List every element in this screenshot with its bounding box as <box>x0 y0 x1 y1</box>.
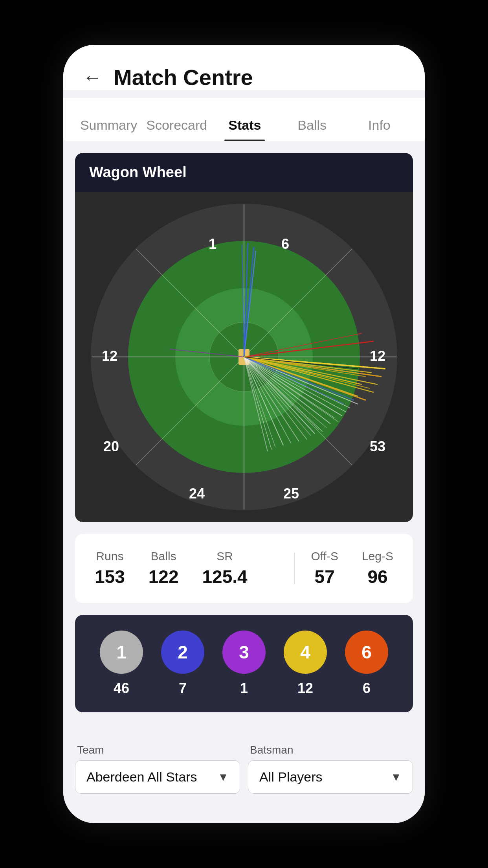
svg-line-25 <box>244 357 342 416</box>
stat-balls: Balls 122 <box>149 550 179 587</box>
tab-summary[interactable]: Summary <box>75 110 142 141</box>
svg-line-21 <box>244 357 385 369</box>
runs-value: 153 <box>95 566 125 587</box>
svg-line-6 <box>136 249 352 465</box>
content-area: Wagon Wheel <box>63 141 425 736</box>
circle-score-0: 1 <box>116 642 127 663</box>
circle-item-2: 3 1 <box>222 631 266 697</box>
wagon-wheel-svg: 1 6 12 12 20 53 24 <box>91 204 397 510</box>
svg-text:24: 24 <box>189 485 205 502</box>
svg-line-38 <box>244 357 344 404</box>
balls-label: Balls <box>151 550 176 563</box>
team-dropdown-group: Team Aberdeen All Stars ▼ <box>75 744 240 794</box>
circle-2: 3 <box>222 631 266 674</box>
svg-text:12: 12 <box>102 348 117 364</box>
svg-line-15 <box>244 357 382 377</box>
svg-line-36 <box>244 357 291 443</box>
stats-right: Off-S 57 Leg-S 96 <box>311 550 393 587</box>
svg-line-29 <box>244 357 327 428</box>
svg-line-16 <box>244 357 378 384</box>
svg-line-34 <box>244 357 307 440</box>
offs-label: Off-S <box>311 550 338 563</box>
legs-label: Leg-S <box>362 550 393 563</box>
circle-item-4: 6 6 <box>345 631 388 697</box>
team-dropdown-arrow: ▼ <box>218 771 229 783</box>
stats-divider <box>294 553 295 584</box>
svg-text:25: 25 <box>283 485 299 502</box>
tab-stats[interactable]: Stats <box>211 110 278 141</box>
svg-line-30 <box>244 357 323 432</box>
circle-4: 6 <box>345 631 388 674</box>
stat-sr: SR 125.4 <box>202 550 248 587</box>
svg-line-23 <box>244 357 350 408</box>
batsman-label: Batsman <box>248 744 413 756</box>
svg-line-45 <box>244 357 275 447</box>
svg-line-22 <box>244 357 358 404</box>
svg-line-9 <box>244 243 248 357</box>
team-value: Aberdeen All Stars <box>86 769 197 785</box>
stats-bar: Runs 153 Balls 122 SR 125.4 Off-S 57 <box>75 534 413 603</box>
svg-line-27 <box>244 357 338 422</box>
svg-line-47 <box>244 357 268 451</box>
circle-item-1: 2 7 <box>161 631 204 697</box>
circle-3: 4 <box>284 631 327 674</box>
runs-label: Runs <box>96 550 123 563</box>
batsman-dropdown-arrow: ▼ <box>391 771 402 783</box>
svg-line-31 <box>244 357 319 430</box>
svg-line-17 <box>244 357 374 392</box>
sr-value: 125.4 <box>202 566 248 587</box>
tab-scorecard[interactable]: Scorecard <box>142 110 211 141</box>
svg-line-14 <box>244 333 362 357</box>
svg-point-3 <box>209 322 279 392</box>
stat-offs: Off-S 57 <box>311 550 338 587</box>
svg-text:20: 20 <box>103 438 119 454</box>
svg-text:12: 12 <box>370 348 385 364</box>
svg-line-35 <box>244 357 299 441</box>
svg-line-24 <box>244 357 346 412</box>
svg-point-2 <box>175 288 313 426</box>
tab-info[interactable]: Info <box>346 110 413 141</box>
svg-line-7 <box>136 249 352 465</box>
svg-line-48 <box>244 357 358 369</box>
svg-text:1: 1 <box>209 236 216 252</box>
dropdowns-section: Team Aberdeen All Stars ▼ Batsman All Pl… <box>63 736 425 809</box>
score-circles-card: 1 46 2 7 3 1 4 12 <box>75 615 413 712</box>
phone-frame: ← Match Centre Summary Scorecard Stats B… <box>63 45 425 823</box>
svg-line-18 <box>244 357 370 388</box>
field-outer: 1 6 12 12 20 53 24 <box>91 204 397 510</box>
circle-count-4: 6 <box>363 680 371 697</box>
tab-balls[interactable]: Balls <box>279 110 346 141</box>
wagon-wheel-title: Wagon Wheel <box>89 164 399 181</box>
svg-line-12 <box>242 245 244 357</box>
team-dropdown[interactable]: Aberdeen All Stars ▼ <box>75 760 240 794</box>
circle-count-2: 1 <box>240 680 248 697</box>
legs-value: 96 <box>367 566 387 587</box>
svg-text:53: 53 <box>370 438 385 454</box>
svg-point-0 <box>92 204 396 509</box>
batsman-value: All Players <box>259 769 323 785</box>
batsman-dropdown[interactable]: All Players ▼ <box>248 760 413 794</box>
svg-text:6: 6 <box>281 236 289 252</box>
circle-item-0: 1 46 <box>100 631 143 697</box>
svg-line-11 <box>244 251 256 357</box>
circle-0: 1 <box>100 631 143 674</box>
svg-line-40 <box>244 357 366 377</box>
wagon-wheel-header: Wagon Wheel <box>75 153 413 192</box>
offs-value: 57 <box>315 566 335 587</box>
svg-line-20 <box>244 357 358 396</box>
balls-value: 122 <box>149 566 179 587</box>
circle-count-0: 46 <box>114 680 129 697</box>
wagon-wheel-card: Wagon Wheel <box>75 153 413 522</box>
svg-line-13 <box>244 341 374 357</box>
svg-rect-8 <box>238 349 250 365</box>
svg-line-28 <box>244 357 330 424</box>
circle-score-1: 2 <box>178 642 188 663</box>
stat-runs: Runs 153 <box>95 550 125 587</box>
svg-line-37 <box>244 357 354 400</box>
sr-label: SR <box>216 550 233 563</box>
field-container: 1 6 12 12 20 53 24 <box>91 204 397 510</box>
circle-score-3: 4 <box>300 642 310 663</box>
back-button[interactable]: ← <box>83 68 102 87</box>
tab-bar: Summary Scorecard Stats Balls Info <box>63 98 425 141</box>
circle-count-1: 7 <box>179 680 187 697</box>
